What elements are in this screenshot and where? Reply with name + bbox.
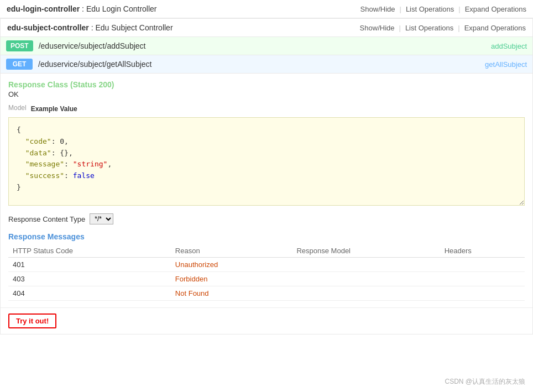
subject-controller-id: edu-subject-controller [7,23,89,32]
subject-show-hide[interactable]: Show/Hide [360,24,395,32]
model-403 [292,272,440,286]
login-controller-name: Edu Login Controller [86,4,157,13]
message-key: "message" [17,160,64,168]
table-header-row: HTTP Status Code Reason Response Model H… [8,244,525,258]
divider3: | [399,24,400,32]
subject-controller: edu-subject-controller : Edu Subject Con… [0,18,533,334]
table-row: 403 Forbidden [8,272,525,286]
get-method-badge: GET [6,59,33,70]
response-class-title: Response Class (Status 200) [8,80,525,89]
page-wrapper: edu-login-controller : Edu Login Control… [0,0,533,392]
message-val: "string" [73,160,108,168]
login-controller-title: edu-login-controller : Edu Login Control… [7,4,157,13]
open-brace: { [17,126,21,134]
close-brace: } [17,183,21,191]
login-list-ops[interactable]: List Operations [406,5,454,13]
post-method-badge: POST [6,40,33,51]
get-endpoint-path: /eduservice/subject/getAllSubject [38,60,485,69]
subject-controller-actions: Show/Hide | List Operations | Expand Ope… [360,24,526,32]
col-status: HTTP Status Code [8,244,171,258]
code-key: "code" [17,137,51,145]
headers-404 [440,286,525,301]
col-reason: Reason [171,244,292,258]
data-key: "data" [17,149,51,157]
col-headers: Headers [440,244,525,258]
reason-404: Not Found [171,286,292,301]
response-content-type-label: Response Content Type [8,215,85,223]
post-endpoint-path: /eduservice/subject/addSubject [39,41,491,50]
try-it-row: Try it out! [1,307,532,334]
table-row: 404 Not Found [8,286,525,301]
status-403: 403 [8,272,171,286]
post-endpoint-name: addSubject [491,42,527,50]
login-show-hide[interactable]: Show/Hide [360,5,395,13]
content-area: Response Class (Status 200) OK Model Exa… [1,74,532,307]
login-controller-id: edu-login-controller [7,4,80,13]
get-endpoint-row[interactable]: GET /eduservice/subject/getAllSubject ge… [1,55,532,74]
response-messages-table: HTTP Status Code Reason Response Model H… [8,244,525,301]
reason-403: Forbidden [171,272,292,286]
model-tabs: Model Example Value [8,104,525,114]
login-controller-separator: : [82,4,86,13]
divider4: | [458,24,459,32]
status-404: 404 [8,286,171,301]
model-401 [292,258,440,272]
subject-controller-title: edu-subject-controller : Edu Subject Con… [7,23,173,32]
subject-controller-name: Edu Subject Controller [95,23,173,32]
example-value-tab[interactable]: Example Value [29,104,80,114]
status-401: 401 [8,258,171,272]
reason-401: Unauthorized [171,258,292,272]
get-endpoint-name: getAllSubject [485,60,527,69]
data-val: {} [60,149,69,157]
login-controller-row: edu-login-controller : Edu Login Control… [0,0,533,18]
table-row: 401 Unauthorized [8,258,525,272]
watermark: CSDN @认真生活的灰太狼 [445,377,525,386]
content-type-select[interactable]: */* [90,213,113,224]
login-controller-actions: Show/Hide | List Operations | Expand Ope… [360,5,526,13]
model-label: Model [8,104,27,114]
post-endpoint-row[interactable]: POST /eduservice/subject/addSubject addS… [1,37,532,55]
code-val: 0 [60,137,64,145]
divider2: | [458,5,460,13]
headers-401 [440,258,525,272]
subject-list-ops[interactable]: List Operations [405,24,453,32]
try-it-button[interactable]: Try it out! [8,313,56,328]
headers-403 [440,272,525,286]
code-block: { "code": 0, "data": {}, "message": "str… [8,117,525,206]
divider1: | [399,5,401,13]
response-ok: OK [8,90,525,98]
subject-expand-ops[interactable]: Expand Operations [464,24,526,32]
response-messages-title: Response Messages [8,232,525,241]
login-expand-ops[interactable]: Expand Operations [465,5,526,13]
response-content-type-row: Response Content Type */* [8,213,525,224]
subject-controller-header: edu-subject-controller : Edu Subject Con… [1,19,532,37]
col-model: Response Model [292,244,440,258]
success-key: "success" [17,171,64,180]
success-val: false [73,171,95,180]
model-404 [292,286,440,301]
